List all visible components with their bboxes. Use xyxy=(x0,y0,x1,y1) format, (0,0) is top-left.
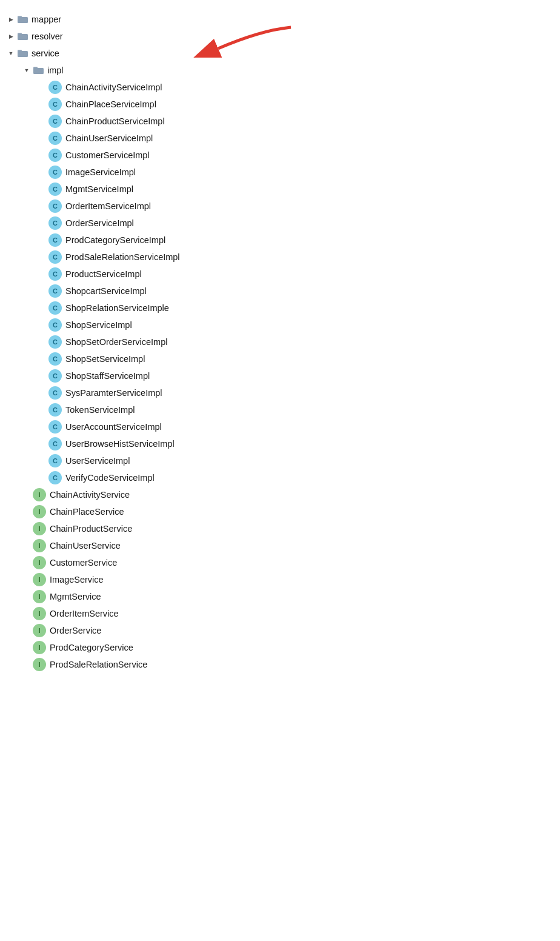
tree-item-ChainActivityService[interactable]: IChainActivityService xyxy=(0,486,560,503)
tree-item-ChainProductServiceImpl[interactable]: CChainProductServiceImpl xyxy=(0,113,560,130)
tree-item-mapper[interactable]: mapper xyxy=(0,11,560,28)
label-OrderServiceImpl: OrderServiceImpl xyxy=(65,218,134,228)
label-ShopRelationServiceImple: ShopRelationServiceImple xyxy=(65,303,169,313)
badge-ChainUserServiceImpl: C xyxy=(48,132,62,145)
badge-OrderServiceImpl: C xyxy=(48,216,62,230)
badge-ChainProductServiceImpl: C xyxy=(48,115,62,128)
badge-ShopSetOrderServiceImpl: C xyxy=(48,335,62,349)
badge-ChainPlaceService: I xyxy=(33,505,46,518)
label-service: service xyxy=(32,49,59,58)
badge-ImageServiceImpl: C xyxy=(48,166,62,179)
file-tree: mapper resolver service implCChainActivi… xyxy=(0,6,560,678)
badge-CustomerService: I xyxy=(33,556,46,569)
tree-item-OrderItemService[interactable]: IOrderItemService xyxy=(0,605,560,622)
badge-SysParamterServiceImpl: C xyxy=(48,386,62,400)
label-ShopStaffServiceImpl: ShopStaffServiceImpl xyxy=(65,371,150,381)
tree-item-VerifyCodeServiceImpl[interactable]: CVerifyCodeServiceImpl xyxy=(0,469,560,486)
label-ChainPlaceServiceImpl: ChainPlaceServiceImpl xyxy=(65,99,156,109)
tree-item-resolver[interactable]: resolver xyxy=(0,28,560,45)
label-ShopSetServiceImpl: ShopSetServiceImpl xyxy=(65,354,145,364)
tree-item-MgmtServiceImpl[interactable]: CMgmtServiceImpl xyxy=(0,181,560,198)
badge-ProdCategoryService: I xyxy=(33,641,46,654)
badge-UserServiceImpl: C xyxy=(48,454,62,467)
tree-item-MgmtService[interactable]: IMgmtService xyxy=(0,588,560,605)
label-OrderItemService: OrderItemService xyxy=(50,609,119,618)
label-ShopServiceImpl: ShopServiceImpl xyxy=(65,320,132,330)
label-ProdSaleRelationServiceImpl: ProdSaleRelationServiceImpl xyxy=(65,252,180,262)
label-SysParamterServiceImpl: SysParamterServiceImpl xyxy=(65,388,162,398)
tree-item-ProdCategoryServiceImpl[interactable]: CProdCategoryServiceImpl xyxy=(0,232,560,249)
tree-item-UserServiceImpl[interactable]: CUserServiceImpl xyxy=(0,452,560,469)
svg-rect-4 xyxy=(18,33,22,35)
label-ShopcartServiceImpl: ShopcartServiceImpl xyxy=(65,286,147,296)
tree-item-ShopServiceImpl[interactable]: CShopServiceImpl xyxy=(0,316,560,333)
tree-item-OrderServiceImpl[interactable]: COrderServiceImpl xyxy=(0,215,560,232)
badge-ChainPlaceServiceImpl: C xyxy=(48,98,62,111)
label-ShopSetOrderServiceImpl: ShopSetOrderServiceImpl xyxy=(65,337,167,347)
tree-item-service[interactable]: service xyxy=(0,45,560,62)
label-impl: impl xyxy=(47,65,64,75)
badge-OrderItemService: I xyxy=(33,607,46,620)
label-ChainUserService: ChainUserService xyxy=(50,541,121,551)
label-ProdCategoryService: ProdCategoryService xyxy=(50,643,133,652)
badge-UserAccountServiceImpl: C xyxy=(48,420,62,434)
svg-rect-2 xyxy=(18,16,22,18)
tree-item-ImageServiceImpl[interactable]: CImageServiceImpl xyxy=(0,164,560,181)
tree-item-ShopStaffServiceImpl[interactable]: CShopStaffServiceImpl xyxy=(0,367,560,384)
tree-item-ShopSetServiceImpl[interactable]: CShopSetServiceImpl xyxy=(0,350,560,367)
label-ImageService: ImageService xyxy=(50,575,104,584)
label-ImageServiceImpl: ImageServiceImpl xyxy=(65,167,136,177)
badge-UserBrowseHistServiceImpl: C xyxy=(48,437,62,450)
tree-item-TokenServiceImpl[interactable]: CTokenServiceImpl xyxy=(0,401,560,418)
svg-rect-8 xyxy=(33,67,38,69)
badge-OrderService: I xyxy=(33,624,46,637)
tree-item-UserBrowseHistServiceImpl[interactable]: CUserBrowseHistServiceImpl xyxy=(0,435,560,452)
badge-ShopSetServiceImpl: C xyxy=(48,352,62,366)
tree-item-ShopSetOrderServiceImpl[interactable]: CShopSetOrderServiceImpl xyxy=(0,333,560,350)
label-ChainProductService: ChainProductService xyxy=(50,524,132,534)
label-ProductServiceImpl: ProductServiceImpl xyxy=(65,269,142,279)
tree-item-ChainUserService[interactable]: IChainUserService xyxy=(0,537,560,554)
tree-item-ShopRelationServiceImple[interactable]: CShopRelationServiceImple xyxy=(0,300,560,316)
label-VerifyCodeServiceImpl: VerifyCodeServiceImpl xyxy=(65,473,155,483)
tree-item-ChainPlaceService[interactable]: IChainPlaceService xyxy=(0,503,560,520)
label-OrderItemServiceImpl: OrderItemServiceImpl xyxy=(65,201,151,211)
badge-ProductServiceImpl: C xyxy=(48,267,62,281)
label-ProdCategoryServiceImpl: ProdCategoryServiceImpl xyxy=(65,235,165,245)
tree-item-CustomerServiceImpl[interactable]: CCustomerServiceImpl xyxy=(0,147,560,164)
badge-VerifyCodeServiceImpl: C xyxy=(48,471,62,484)
badge-ChainActivityServiceImpl: C xyxy=(48,81,62,94)
badge-OrderItemServiceImpl: C xyxy=(48,199,62,213)
tree-item-SysParamterServiceImpl[interactable]: CSysParamterServiceImpl xyxy=(0,384,560,401)
tree-item-ChainPlaceServiceImpl[interactable]: CChainPlaceServiceImpl xyxy=(0,96,560,113)
tree-item-ImageService[interactable]: IImageService xyxy=(0,571,560,588)
chevron-mapper xyxy=(6,15,16,24)
badge-MgmtService: I xyxy=(33,590,46,603)
chevron-service xyxy=(6,49,16,58)
tree-item-ChainActivityServiceImpl[interactable]: CChainActivityServiceImpl xyxy=(0,79,560,96)
tree-item-impl[interactable]: impl xyxy=(0,62,560,79)
folder-icon xyxy=(33,65,45,75)
tree-item-ShopcartServiceImpl[interactable]: CShopcartServiceImpl xyxy=(0,283,560,300)
tree-item-ChainProductService[interactable]: IChainProductService xyxy=(0,520,560,537)
label-ChainUserServiceImpl: ChainUserServiceImpl xyxy=(65,133,153,143)
badge-ChainProductService: I xyxy=(33,522,46,535)
tree-item-OrderService[interactable]: IOrderService xyxy=(0,622,560,639)
chevron-impl xyxy=(22,65,32,75)
label-ChainActivityService: ChainActivityService xyxy=(50,490,130,500)
label-ChainPlaceService: ChainPlaceService xyxy=(50,507,124,517)
tree-item-ProdSaleRelationServiceImpl[interactable]: CProdSaleRelationServiceImpl xyxy=(0,249,560,266)
badge-ProdSaleRelationServiceImpl: C xyxy=(48,250,62,264)
tree-item-ProductServiceImpl[interactable]: CProductServiceImpl xyxy=(0,266,560,283)
tree-item-ProdSaleRelationService[interactable]: IProdSaleRelationService xyxy=(0,656,560,673)
label-mapper: mapper xyxy=(32,15,61,24)
label-TokenServiceImpl: TokenServiceImpl xyxy=(65,405,135,415)
tree-item-CustomerService[interactable]: ICustomerService xyxy=(0,554,560,571)
svg-rect-6 xyxy=(18,50,22,52)
tree-item-ChainUserServiceImpl[interactable]: CChainUserServiceImpl xyxy=(0,130,560,147)
tree-item-ProdCategoryService[interactable]: IProdCategoryService xyxy=(0,639,560,656)
label-ChainActivityServiceImpl: ChainActivityServiceImpl xyxy=(65,82,162,92)
tree-item-UserAccountServiceImpl[interactable]: CUserAccountServiceImpl xyxy=(0,418,560,435)
tree-item-OrderItemServiceImpl[interactable]: COrderItemServiceImpl xyxy=(0,198,560,215)
folder-icon xyxy=(17,15,29,24)
